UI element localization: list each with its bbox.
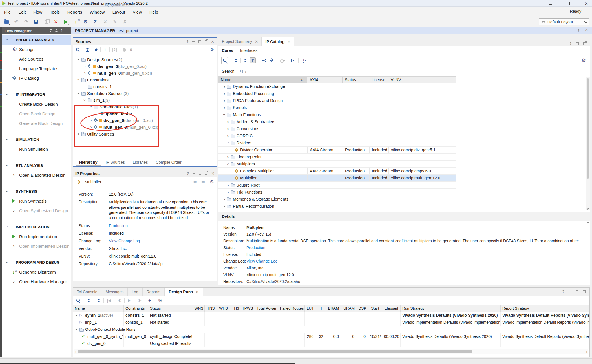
scroll-left-icon[interactable]: ‹	[75, 350, 76, 354]
help-icon[interactable]: ?	[569, 41, 572, 46]
catalog-row[interactable]: Dynamic Function eXchange	[218, 83, 456, 90]
catalog-row[interactable]: Conversions	[218, 125, 456, 132]
menu-item[interactable]: File	[4, 10, 11, 14]
catalog-row[interactable]: Trig Functions	[218, 189, 456, 196]
flow-navigator-item[interactable]: Generate Block Design	[2, 118, 71, 128]
gear-icon[interactable]	[210, 47, 214, 53]
scrollbar-thumb[interactable]	[587, 78, 589, 179]
flow-navigator-item[interactable]: SYNTHESIS	[2, 187, 71, 196]
flow-navigator-item[interactable]: PROJECT MANAGER	[2, 35, 71, 45]
sources-view-tab[interactable]: Compile Order	[153, 159, 185, 165]
flow-navigator-item[interactable]: IP Catalog	[2, 73, 71, 83]
column-header[interactable]: URAM	[341, 305, 357, 312]
column-header-axi4[interactable]: AXI4	[307, 77, 343, 83]
edit-pen-icon[interactable]: ✎	[111, 18, 119, 26]
collapse-all-icon[interactable]	[49, 29, 52, 32]
help-icon[interactable]: ?	[187, 171, 189, 176]
column-header[interactable]: TNS	[205, 305, 217, 312]
column-header-vlnv[interactable]: VLNV	[388, 77, 456, 83]
column-header[interactable]: TPWS	[241, 305, 254, 312]
minimize-icon[interactable]	[192, 41, 195, 42]
column-header[interactable]: WNS	[193, 305, 205, 312]
column-header[interactable]: FF	[316, 305, 326, 312]
column-header[interactable]: BRAM	[326, 305, 341, 312]
help-icon[interactable]: ?	[577, 28, 580, 33]
menu-item[interactable]: View	[133, 10, 142, 14]
catalog-row[interactable]: Math Functions	[218, 111, 456, 118]
catalog-row[interactable]: Floating Point	[218, 154, 456, 161]
float-icon[interactable]	[583, 290, 586, 293]
expander-icon[interactable]	[226, 120, 230, 124]
catalog-row[interactable]: Multipliers	[218, 161, 456, 168]
gear-icon[interactable]	[210, 179, 214, 185]
flow-navigator-item[interactable]: Open Block Design	[2, 109, 71, 118]
source-tree-row[interactable]: Non-module Files (1)	[73, 103, 217, 110]
probe-wand-icon[interactable]: ✗	[121, 18, 129, 26]
menu-item[interactable]: Layout	[112, 10, 125, 14]
step-forward-icon[interactable]: ≫	[138, 298, 141, 303]
step-back-icon[interactable]: ≪	[118, 298, 121, 303]
minimize-icon[interactable]	[569, 292, 571, 292]
column-header[interactable]: Status	[148, 305, 193, 312]
flow-navigator-item[interactable]: Open Elaborated Design	[2, 170, 71, 180]
design-run-row[interactable]: synth_1 (active) constrs_1 Not started	[73, 312, 589, 319]
flow-navigator-item[interactable]: Create Block Design	[2, 99, 71, 109]
column-header[interactable]: Elapsed	[382, 305, 401, 312]
source-tree-row[interactable]: Utility Sources	[73, 130, 217, 137]
minimize-icon[interactable]: —	[65, 29, 69, 33]
source-tree-row[interactable]: ipcore_test.v	[73, 110, 217, 117]
forward-arrow-icon[interactable]: ➡	[201, 179, 205, 185]
expander-icon[interactable]	[77, 78, 81, 82]
catalog-subtab[interactable]: Interfaces	[237, 48, 261, 53]
source-tree-row[interactable]: Constraints	[73, 76, 217, 83]
flow-navigator-item[interactable]: RTL ANALYSIS	[2, 161, 71, 170]
stop-icon[interactable]: ✕	[52, 18, 59, 26]
source-tree-row[interactable]: sim_1 (3)	[73, 97, 217, 103]
expander-icon[interactable]	[226, 141, 230, 145]
float-icon[interactable]	[205, 40, 207, 43]
column-header[interactable]: Start	[368, 305, 382, 312]
catalog-subtab[interactable]: Cores	[222, 48, 237, 53]
console-tab[interactable]: Tcl Console ✕	[73, 288, 101, 296]
menu-item[interactable]: Reports	[67, 10, 82, 14]
field-value[interactable]: View Change Log	[109, 239, 140, 243]
source-tree-row[interactable]: Simulation Sources (3)	[73, 90, 217, 97]
flow-navigator-item[interactable]: Generate Bitstream	[2, 267, 71, 277]
create-run-icon[interactable]: +	[148, 298, 151, 303]
help-icon[interactable]: ?	[186, 39, 189, 44]
expand-all-icon[interactable]	[244, 59, 247, 62]
maximize-icon[interactable]	[576, 42, 579, 45]
document-tab[interactable]: Project Summary ✕	[218, 37, 262, 46]
field-value[interactable]: Production	[246, 245, 265, 250]
expander-icon[interactable]	[222, 106, 226, 110]
customize-wrench-icon[interactable]	[270, 58, 274, 63]
catalog-row[interactable]: Embedded Processing	[218, 90, 456, 97]
flow-navigator-item[interactable]: SIMULATION	[2, 135, 71, 144]
design-run-row[interactable]: mult_gen_0_synth_1 mult_gen_0 synth_desi…	[73, 333, 589, 340]
tab-close-icon[interactable]: ✕	[287, 39, 290, 44]
float-icon[interactable]	[205, 172, 207, 175]
flow-navigator-item[interactable]: Settings	[2, 45, 71, 54]
info-icon[interactable]: i	[302, 59, 306, 63]
catalog-search-input[interactable]: ▾	[238, 68, 297, 75]
design-run-row[interactable]: impl_1 constrs_1 Not started	[73, 319, 589, 326]
expander-icon[interactable]	[83, 98, 87, 102]
column-header[interactable]: THS	[230, 305, 241, 312]
window-maximize-button[interactable]	[567, 1, 570, 6]
help-icon[interactable]: ?	[61, 29, 63, 33]
source-tree-row[interactable]: div_gen_0 (div_gen_0.xci)	[73, 117, 217, 124]
column-header[interactable]: Total Power	[254, 305, 279, 312]
group-hierarchy-icon[interactable]	[262, 59, 266, 62]
expander-icon[interactable]	[89, 125, 93, 129]
field-value[interactable]: Production	[109, 223, 128, 228]
catalog-row[interactable]: Adders & Subtracters	[218, 118, 456, 125]
expander-icon[interactable]	[226, 155, 230, 159]
open-project-icon[interactable]	[3, 18, 10, 26]
expander-icon[interactable]	[77, 57, 81, 61]
quick-access-search[interactable]: Quick Access	[105, 1, 147, 8]
collapse-all-icon[interactable]	[86, 48, 89, 52]
expand-all-icon[interactable]	[97, 299, 100, 302]
sources-view-tab[interactable]: Hierarchy	[76, 159, 101, 166]
flow-navigator-item[interactable]: Run Simulation	[2, 144, 71, 154]
column-header[interactable]: DSP	[357, 305, 368, 312]
